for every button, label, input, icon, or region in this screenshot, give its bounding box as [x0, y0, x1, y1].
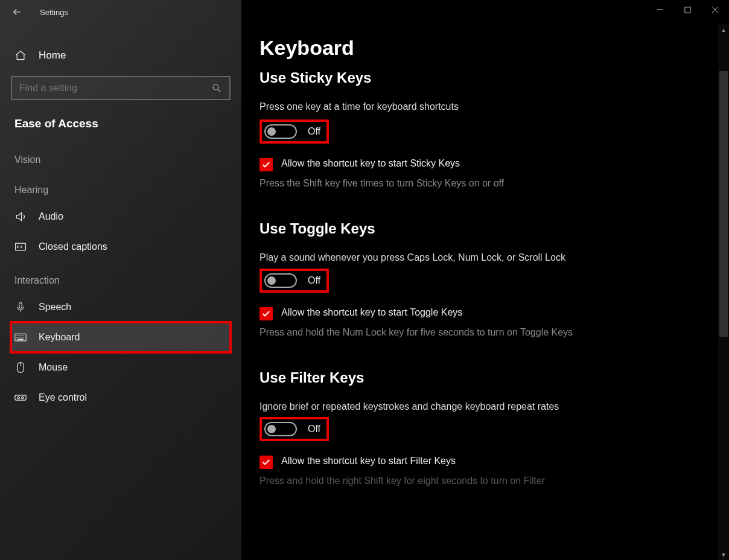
scroll-down-button[interactable]: ▼	[718, 549, 729, 560]
filter-keys-desc: Ignore brief or repeated keystrokes and …	[259, 386, 597, 413]
mouse-icon	[14, 361, 27, 374]
sticky-keys-toggle-highlight: Off	[259, 119, 329, 144]
search-icon	[211, 83, 222, 94]
close-button[interactable]	[701, 0, 729, 19]
group-hearing: Hearing	[11, 171, 231, 202]
arrow-left-icon	[11, 7, 22, 18]
sidebar-item-label: Closed captions	[39, 241, 107, 252]
sticky-keys-hint: Press the Shift key five times to turn S…	[259, 176, 610, 190]
section-filter-keys-heading: Use Filter Keys	[259, 339, 729, 386]
scrollbar[interactable]: ▲ ▼	[718, 24, 729, 560]
category-title: Ease of Access	[11, 100, 231, 141]
filter-keys-hint: Press and hold the right Shift key for e…	[259, 474, 610, 488]
group-interaction: Interaction	[11, 262, 231, 292]
sidebar-item-audio[interactable]: Audio	[11, 202, 231, 232]
sticky-keys-shortcut-checkbox[interactable]	[259, 158, 273, 171]
window-controls	[646, 0, 729, 19]
sidebar: Settings Home Ease of Access Vision Hear…	[0, 0, 241, 560]
search-box[interactable]	[11, 76, 231, 100]
sidebar-item-closed-captions[interactable]: Closed captions	[11, 232, 231, 262]
microphone-icon	[14, 301, 27, 313]
sidebar-item-label: Mouse	[39, 362, 68, 373]
svg-point-7	[22, 396, 24, 398]
sticky-keys-toggle[interactable]	[264, 124, 297, 139]
filter-keys-toggle-label: Off	[308, 424, 320, 434]
toggle-keys-shortcut-checkbox[interactable]	[259, 307, 273, 320]
sticky-keys-shortcut-label: Allow the shortcut key to start Sticky K…	[281, 158, 460, 169]
svg-point-6	[18, 396, 19, 398]
eye-control-icon	[14, 393, 27, 402]
sidebar-item-keyboard[interactable]: Keyboard	[11, 322, 231, 352]
toggle-knob	[267, 276, 276, 285]
svg-point-0	[213, 84, 218, 90]
home-label: Home	[39, 49, 66, 62]
sticky-keys-desc: Press one key at a time for keyboard sho…	[259, 86, 597, 113]
home-nav[interactable]: Home	[11, 35, 231, 76]
toggle-keys-desc: Play a sound whenever you press Caps Loc…	[259, 237, 597, 264]
checkmark-icon	[261, 309, 271, 319]
sidebar-item-speech[interactable]: Speech	[11, 292, 231, 322]
maximize-icon	[684, 7, 691, 13]
minimize-button[interactable]	[646, 0, 673, 19]
toggle-keys-hint: Press and hold the Num Lock key for five…	[259, 325, 610, 339]
sidebar-item-mouse[interactable]: Mouse	[11, 352, 231, 383]
sticky-keys-toggle-label: Off	[308, 126, 320, 137]
close-icon	[711, 6, 719, 13]
back-button[interactable]	[5, 0, 29, 24]
content-pane: ▲ ▼ Keyboard Use Sticky Keys Press one k…	[241, 0, 729, 560]
toggle-keys-shortcut-label: Allow the shortcut key to start Toggle K…	[281, 307, 462, 318]
svg-rect-2	[19, 303, 22, 308]
sidebar-item-label: Speech	[39, 302, 71, 313]
maximize-button[interactable]	[673, 0, 701, 19]
toggle-knob	[267, 127, 276, 136]
filter-keys-toggle-highlight: Off	[259, 417, 329, 441]
filter-keys-shortcut-checkbox[interactable]	[259, 456, 273, 469]
toggle-keys-toggle-label: Off	[308, 275, 320, 286]
section-sticky-keys-heading: Use Sticky Keys	[259, 60, 729, 86]
sidebar-item-eye-control[interactable]: Eye control	[11, 383, 231, 413]
svg-rect-1	[16, 243, 26, 250]
app-title: Settings	[40, 8, 68, 17]
closed-captions-icon	[14, 242, 27, 252]
group-vision: Vision	[11, 141, 231, 171]
toggle-keys-toggle[interactable]	[264, 273, 297, 288]
checkmark-icon	[261, 160, 271, 170]
svg-rect-3	[15, 334, 26, 341]
home-icon	[14, 49, 27, 62]
minimize-icon	[656, 6, 663, 13]
svg-rect-5	[15, 395, 26, 400]
scroll-track[interactable]	[718, 35, 729, 549]
keyboard-icon	[14, 332, 27, 342]
section-toggle-keys-heading: Use Toggle Keys	[259, 190, 729, 237]
filter-keys-shortcut-label: Allow the shortcut key to start Filter K…	[281, 456, 456, 466]
toggle-keys-toggle-highlight: Off	[259, 269, 329, 293]
titlebar: Settings	[0, 0, 241, 24]
sidebar-item-label: Audio	[39, 211, 63, 222]
toggle-knob	[267, 425, 276, 433]
scroll-up-button[interactable]: ▲	[718, 24, 729, 35]
sidebar-item-label: Keyboard	[39, 332, 80, 343]
checkmark-icon	[261, 457, 271, 467]
search-input[interactable]	[19, 83, 211, 94]
filter-keys-toggle[interactable]	[264, 422, 297, 436]
scroll-thumb[interactable]	[719, 71, 728, 337]
svg-rect-8	[684, 7, 690, 12]
audio-icon	[14, 211, 27, 223]
sidebar-item-label: Eye control	[39, 392, 87, 403]
